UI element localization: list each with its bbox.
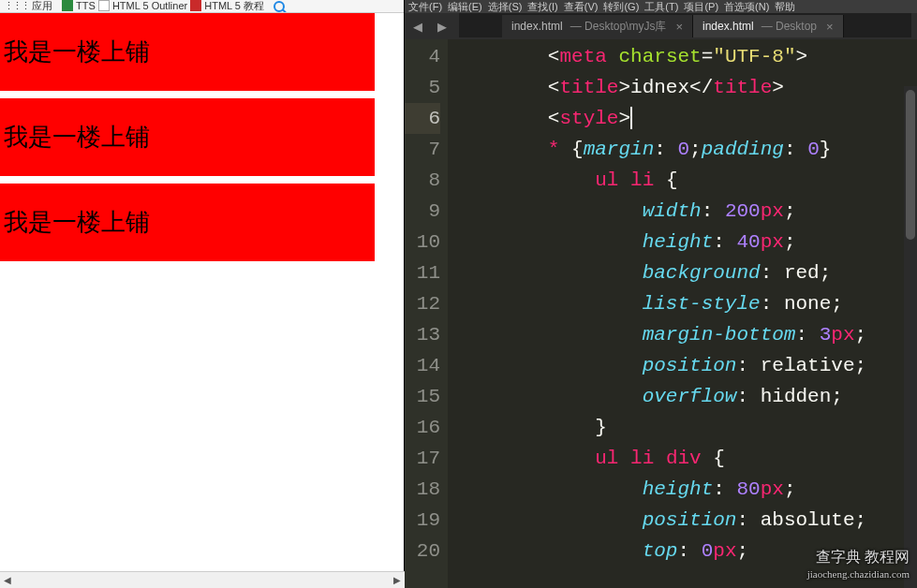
code-line[interactable]: <title>idnex</title> [453,72,917,103]
line-number: 7 [405,134,440,165]
bookmark-label: TTS [76,0,96,11]
code-line[interactable]: width: 200px; [453,196,917,227]
menu-item[interactable]: 首选项(N) [724,0,769,13]
bookmark-label: HTML 5 Outliner [112,0,187,11]
menu-item[interactable]: 帮助 [775,0,795,13]
code-line[interactable]: ul li { [453,165,917,196]
list-item: 我是一楼上铺 [0,98,375,176]
rendered-page: 我是一楼上铺我是一楼上铺我是一楼上铺 [0,13,404,261]
menu-item[interactable]: 工具(T) [644,0,678,13]
bookmark-label: HTML 5 教程 [204,0,264,13]
bookmark-item[interactable]: HTML 5 Outliner [98,0,187,11]
editor-tabs: index.html — Desktop\myJs库×index.html — … [459,13,911,37]
line-number: 9 [405,196,440,227]
browser-bookmark-bar: ⋮⋮⋮ 应用 TTS HTML 5 Outliner HTML 5 教程 [0,0,404,13]
code-line[interactable]: background: red; [453,257,917,288]
menu-item[interactable]: 转到(G) [603,0,639,13]
list-item: 我是一楼上铺 [0,13,375,91]
line-number: 4 [405,41,440,72]
apps-button[interactable]: ⋮⋮⋮ 应用 [4,0,52,13]
code-line[interactable]: top: 0px; [453,536,917,566]
horizontal-scrollbar[interactable]: ◀ ▶ [0,571,405,588]
menu-item[interactable]: 查找(I) [527,0,557,13]
code-line[interactable]: overflow: hidden; [453,381,917,412]
bookmark-item[interactable]: HTML 5 教程 [190,0,264,13]
editor-tab[interactable]: index.html — Desktop\myJs库× [502,15,693,37]
scroll-left-icon[interactable]: ◀ [0,573,15,588]
line-number: 6 [405,103,440,134]
line-number: 10 [405,227,440,257]
menu-item[interactable]: 项目(P) [684,0,718,13]
line-number: 19 [405,505,440,536]
editor-tab[interactable]: index.html — Desktop× [693,15,844,37]
code-line[interactable]: * {margin: 0;padding: 0} [453,134,917,165]
line-number: 14 [405,350,440,381]
line-number: 20 [405,536,440,566]
close-icon[interactable]: × [675,20,683,34]
list-item: 我是一楼上铺 [0,184,375,261]
line-number: 12 [405,288,440,319]
vertical-scrollbar[interactable] [904,86,917,588]
bookmark-icon [98,0,110,11]
line-number: 18 [405,474,440,505]
bookmark-item[interactable]: TTS [62,0,96,11]
text-cursor [630,107,632,129]
tab-path: — Desktop\myJs库 [570,19,667,35]
code-line[interactable]: height: 80px; [453,474,917,505]
nav-back-icon[interactable]: ◀ [410,19,425,34]
bookmark-icon [190,0,201,11]
editor-menubar: 文件(F)编辑(E)选择(S)查找(I)查看(V)转到(G)工具(T)项目(P)… [405,0,917,13]
line-number: 16 [405,412,440,443]
code-line[interactable]: list-style: none; [453,288,917,319]
menu-item[interactable]: 选择(S) [488,0,523,13]
code-line[interactable]: height: 40px; [453,227,917,257]
editor-toolbar: ◀ ▶ index.html — Desktop\myJs库×index.htm… [405,13,917,39]
code[interactable]: <meta charset="UTF-8"> <title>idnex</tit… [448,39,917,588]
line-number: 17 [405,443,440,474]
menu-item[interactable]: 编辑(E) [448,0,482,13]
tab-path: — Desktop [762,20,817,33]
code-line[interactable]: position: absolute; [453,505,917,536]
line-number: 11 [405,257,440,288]
scroll-thumb[interactable] [906,90,915,240]
code-line[interactable]: position: relative; [453,350,917,381]
editor-pane: 文件(F)编辑(E)选择(S)查找(I)查看(V)转到(G)工具(T)项目(P)… [405,0,917,588]
code-line[interactable]: <style> [453,103,917,134]
close-icon[interactable]: × [826,20,834,34]
tab-filename: index.html [511,20,563,33]
line-number: 13 [405,319,440,350]
nav-forward-icon[interactable]: ▶ [435,19,450,34]
scroll-right-icon[interactable]: ▶ [390,573,405,588]
line-number: 8 [405,165,440,196]
menu-item[interactable]: 查看(V) [564,0,599,13]
list: 我是一楼上铺我是一楼上铺我是一楼上铺 [0,13,404,261]
bookmark-icon [62,0,73,11]
line-gutter: 4567891011121314151617181920 [405,39,448,588]
code-area[interactable]: 4567891011121314151617181920 <meta chars… [405,39,917,588]
line-number: 5 [405,72,440,103]
browser-pane: ⋮⋮⋮ 应用 TTS HTML 5 Outliner HTML 5 教程 我是一… [0,0,405,588]
line-number: 15 [405,381,440,412]
search-icon[interactable] [274,1,285,12]
code-line[interactable]: margin-bottom: 3px; [453,319,917,350]
code-line[interactable]: } [453,412,917,443]
code-line[interactable]: <meta charset="UTF-8"> [453,41,917,72]
tab-filename: index.html [703,20,754,33]
code-line[interactable]: ul li div { [453,443,917,474]
menu-item[interactable]: 文件(F) [408,0,442,13]
scroll-track[interactable] [15,573,390,588]
